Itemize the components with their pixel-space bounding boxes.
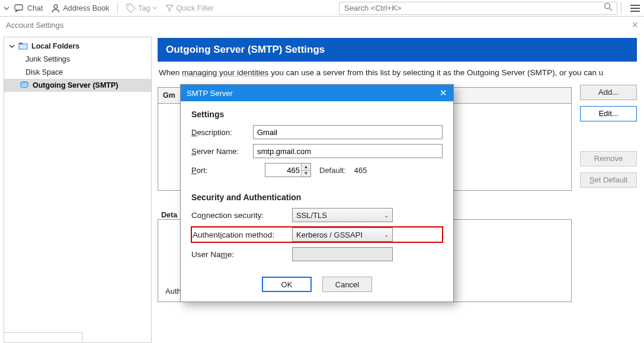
svg-point-2 — [128, 5, 129, 7]
hamburger-icon[interactable] — [630, 4, 640, 12]
tree-root-local-folders[interactable]: Local Folders — [4, 40, 151, 53]
toolbar-separator — [117, 2, 118, 14]
port-default-value: 465 — [354, 166, 367, 175]
add-button[interactable]: Add... — [580, 85, 637, 100]
account-settings-title: Account Settings — [6, 21, 64, 30]
svg-rect-5 — [19, 43, 23, 44]
ok-button[interactable]: OK — [262, 277, 312, 292]
edit-button[interactable]: Edit... — [580, 106, 637, 121]
tree-item-junk[interactable]: Junk Settings — [4, 53, 151, 66]
tree-item-diskspace[interactable]: Disk Space — [4, 66, 151, 79]
tree-root-label: Local Folders — [31, 42, 79, 50]
tree-item-label: Disk Space — [25, 68, 63, 76]
connection-security-label: Connection security: — [191, 211, 292, 220]
settings-section-label: Settings — [191, 110, 443, 119]
cancel-button[interactable]: Cancel — [322, 277, 372, 292]
chevron-down-icon: ⌄ — [384, 212, 389, 219]
smtp-server-dialog: SMTP Server ✕ Settings Description: Serv… — [180, 84, 454, 302]
spin-down-icon[interactable]: ▼ — [301, 171, 310, 177]
servername-label: Server Name: — [191, 147, 253, 156]
chat-button[interactable]: Chat — [11, 3, 46, 14]
svg-rect-0 — [15, 5, 23, 10]
description-input[interactable] — [253, 125, 443, 139]
chevron-down-icon — [152, 6, 157, 11]
security-section-label: Security and Authentication — [191, 193, 443, 202]
svg-point-1 — [54, 5, 57, 8]
tree-item-label: Outgoing Server (SMTP) — [33, 81, 118, 89]
spin-up-icon[interactable]: ▲ — [301, 164, 310, 171]
chevron-down-icon[interactable] — [4, 5, 9, 11]
chevron-down-icon: ⌄ — [384, 232, 389, 238]
account-settings-bar: Account Settings × — [0, 17, 644, 33]
tag-icon — [126, 4, 136, 13]
username-label: User Name: — [191, 250, 292, 259]
folder-icon — [18, 43, 28, 50]
filter-icon — [165, 4, 174, 12]
tag-label: Tag — [138, 4, 150, 12]
close-icon[interactable]: ✕ — [440, 88, 447, 98]
setdefault-button[interactable]: Set Default — [580, 172, 637, 188]
remove-button[interactable]: Remove — [580, 151, 637, 166]
tag-button[interactable]: Tag — [123, 2, 161, 14]
auth-method-label: Authentication method: — [191, 230, 292, 239]
username-input — [292, 247, 393, 261]
port-label: Port: — [191, 166, 253, 175]
chat-label: Chat — [27, 4, 43, 12]
tree-item-smtp[interactable]: Outgoing Server (SMTP) — [4, 79, 151, 92]
twisty-open-icon[interactable] — [9, 43, 15, 49]
description-label: Description: — [191, 128, 253, 137]
svg-point-3 — [605, 4, 610, 9]
svg-rect-4 — [19, 44, 27, 49]
page-title: Outgoing Server (SMTP) Settings — [158, 38, 637, 62]
server-icon — [20, 81, 29, 89]
port-default-label: Default: — [319, 166, 346, 175]
account-tree: Local Folders Junk Settings Disk Space O… — [4, 37, 152, 343]
close-icon[interactable]: × — [632, 19, 638, 31]
main-toolbar: Chat Address Book Tag Quick Filter — [0, 0, 644, 17]
search-input-wrapper — [339, 2, 617, 15]
auth-method-select[interactable]: Kerberos / GSSAPI ⌄ — [292, 227, 393, 242]
bottom-tab-stub[interactable] — [4, 332, 83, 342]
addressbook-label: Address Book — [63, 4, 109, 12]
quickfilter-label: Quick Filter — [176, 4, 213, 12]
page-description: When managing your identities you can us… — [159, 68, 636, 79]
search-input[interactable] — [343, 3, 604, 13]
search-icon[interactable] — [604, 2, 613, 14]
tree-item-label: Junk Settings — [25, 55, 70, 63]
dialog-title: SMTP Server — [187, 89, 233, 98]
quickfilter-button[interactable]: Quick Filter — [162, 3, 217, 14]
addressbook-icon — [51, 4, 60, 13]
toolbar-separator-2 — [621, 2, 621, 14]
servername-input[interactable] — [253, 144, 443, 158]
chat-icon — [14, 4, 25, 12]
addressbook-button[interactable]: Address Book — [47, 2, 113, 14]
dialog-titlebar[interactable]: SMTP Server ✕ — [181, 85, 453, 101]
connection-security-select[interactable]: SSL/TLS ⌄ — [292, 208, 393, 222]
details-auth-label: Auth — [165, 287, 181, 296]
